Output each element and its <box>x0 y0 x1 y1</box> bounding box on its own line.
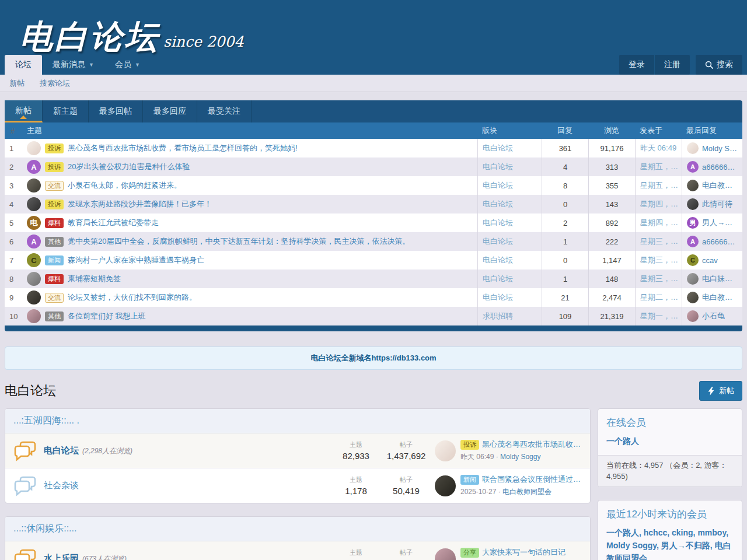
last-reply-user-link[interactable]: Moldy So… <box>702 144 738 153</box>
forum-link[interactable]: 求职招聘 <box>483 311 513 321</box>
last-reply-user-link[interactable]: 电白妹子… <box>702 274 738 284</box>
forum-link[interactable]: 电白论坛 <box>483 236 513 247</box>
subnav-search-forums[interactable]: 搜索论坛 <box>40 78 70 89</box>
avatar[interactable] <box>27 178 41 192</box>
topic-title-link[interactable]: 论坛又被封，大伙们找不到回家的路。 <box>68 292 197 303</box>
new-post-button[interactable]: 新帖 <box>699 381 742 401</box>
avatar[interactable] <box>435 440 456 461</box>
subnav-new-posts[interactable]: 新帖 <box>9 78 25 89</box>
topic-title-link[interactable]: 发现水东两处路段沙井盖像陷阱！已多年！ <box>68 199 212 209</box>
avatar[interactable]: A <box>27 160 41 174</box>
last-reply-user-link[interactable]: a66666699 <box>702 163 738 172</box>
prefix-badge[interactable]: 其他 <box>45 312 64 321</box>
login-button[interactable]: 登录 <box>619 55 654 75</box>
prefix-badge[interactable]: 其他 <box>45 237 64 247</box>
avatar[interactable] <box>687 198 699 210</box>
latest-post-user-link[interactable]: 电白教师同盟会 <box>502 488 551 496</box>
tab-new-posts[interactable]: 新帖 <box>5 100 43 123</box>
prefix-badge[interactable]: 新闻 <box>460 475 479 485</box>
visitor-link[interactable]: hchcc <box>644 528 672 537</box>
avatar[interactable] <box>687 292 699 303</box>
forum-link[interactable]: 电白论坛 <box>483 255 513 265</box>
avatar[interactable]: C <box>687 254 699 266</box>
forum-link[interactable]: 电白论坛 <box>483 180 513 191</box>
topic-title-link[interactable]: 教育局长江允武被纪委带走 <box>68 218 159 228</box>
tab-most-viewed[interactable]: 最受关注 <box>197 100 252 123</box>
avatar[interactable]: C <box>27 253 41 267</box>
last-reply-user-link[interactable]: 此情可待 <box>702 199 732 209</box>
tab-most-reactions[interactable]: 最多回应 <box>143 100 197 123</box>
topic-title-link[interactable]: 党中央第20届四中全会，反腐旗帜鲜明，中央下达新五年计划：坚持科学决策，民主决策… <box>68 236 410 247</box>
forum-link[interactable]: 电白论坛 <box>483 218 513 228</box>
avatar[interactable] <box>435 548 456 560</box>
avatar[interactable] <box>687 310 699 322</box>
avatar[interactable] <box>687 273 699 285</box>
register-button[interactable]: 注册 <box>654 55 690 75</box>
visitor-link[interactable]: 一个路人 <box>606 528 644 537</box>
avatar[interactable] <box>435 475 456 496</box>
prefix-badge[interactable]: 投诉 <box>45 162 64 172</box>
last-reply-user-link[interactable]: 电白教师… <box>702 292 738 303</box>
prefix-badge[interactable]: 新闻 <box>45 256 64 265</box>
latest-post-user-link[interactable]: Moldy Soggy <box>500 453 540 461</box>
topic-title-link[interactable]: 小泉石龟太郎，你妈的赶紧进来。 <box>68 180 181 191</box>
last-reply-user-link[interactable]: 男人→不… <box>702 218 738 228</box>
visitor-link[interactable]: 男人→不归路 <box>661 541 715 550</box>
category-title[interactable]: ...:五湖四海::... . <box>5 409 590 433</box>
post-date-link[interactable]: 星期五，… <box>640 162 678 172</box>
post-date-link[interactable]: 星期三，… <box>640 236 678 247</box>
tab-most-replies[interactable]: 最多回帖 <box>89 100 143 123</box>
post-date-link[interactable]: 星期一，… <box>640 311 678 321</box>
last-reply-user-link[interactable]: ccav <box>702 256 718 265</box>
avatar[interactable]: 电 <box>27 216 41 230</box>
prefix-badge[interactable]: 爆料 <box>45 218 64 228</box>
visitor-link[interactable]: cking <box>672 528 697 537</box>
prefix-badge[interactable]: 交流 <box>45 181 64 191</box>
topic-title-link[interactable]: 黑心茂名粤西农批市场乱收费，看市场员工是怎样回答的，笑死她妈! <box>68 143 298 153</box>
panel-title[interactable]: 在线会员 <box>598 409 742 434</box>
forum-link[interactable]: 电白论坛 <box>483 162 513 172</box>
topic-title-link[interactable]: 各位前辈们好 我想上班 <box>68 311 146 321</box>
panel-title[interactable]: 最近12小时来访的会员 <box>598 501 742 526</box>
avatar[interactable] <box>27 309 41 323</box>
avatar[interactable] <box>27 141 41 155</box>
avatar[interactable] <box>687 142 699 154</box>
avatar[interactable]: A <box>687 236 699 247</box>
last-reply-user-link[interactable]: 电白教师… <box>702 180 738 191</box>
avatar[interactable] <box>27 290 41 304</box>
nav-tab-forums[interactable]: 论坛 <box>5 55 42 75</box>
nav-tab-whats-new[interactable]: 最新消息▼ <box>42 55 104 75</box>
avatar[interactable]: A <box>687 161 699 173</box>
search-button[interactable]: 搜索 <box>696 55 742 75</box>
forum-title-link[interactable]: 社会杂谈 <box>44 480 79 491</box>
forum-link[interactable]: 电白论坛 <box>483 143 513 153</box>
logo[interactable]: 电白论坛 since 2004 <box>0 0 747 55</box>
nav-tab-members[interactable]: 会员▼ <box>104 55 151 75</box>
post-date-link[interactable]: 星期三，… <box>640 274 678 284</box>
prefix-badge[interactable]: 分享 <box>460 548 479 558</box>
avatar[interactable]: 男 <box>687 217 699 229</box>
tab-new-threads[interactable]: 新主题 <box>43 100 89 123</box>
visitor-link[interactable]: mmboy <box>697 528 728 537</box>
avatar[interactable]: A <box>27 235 41 249</box>
topic-title-link[interactable]: 森沟村一户人家在家中熟睡遭遇车祸身亡 <box>68 255 204 265</box>
visitor-link[interactable]: Moldy Soggy <box>606 541 661 550</box>
avatar[interactable] <box>27 272 41 286</box>
post-date-link[interactable]: 星期三，… <box>640 255 678 265</box>
forum-link[interactable]: 电白论坛 <box>483 292 513 303</box>
post-date-link[interactable]: 昨天 06:49 <box>640 143 676 153</box>
prefix-badge[interactable]: 投诉 <box>45 144 64 153</box>
avatar[interactable] <box>27 197 41 211</box>
prefix-badge[interactable]: 交流 <box>45 293 64 303</box>
prefix-badge[interactable]: 投诉 <box>460 440 479 450</box>
latest-post-title-link[interactable]: 联合国紧急会议压倒性通过… <box>482 474 581 485</box>
forum-link[interactable]: 电白论坛 <box>483 274 513 284</box>
latest-post-title-link[interactable]: 黑心茂名粤西农批市场乱收… <box>482 439 581 450</box>
category-title[interactable]: ...::休闲娱乐::... <box>5 517 590 541</box>
last-reply-user-link[interactable]: 小石龟 <box>702 311 725 321</box>
topic-title-link[interactable]: 20岁出头被公权力迫害是种什么体验 <box>68 162 190 172</box>
online-member-link[interactable]: 一个路人 <box>606 436 639 446</box>
post-date-link[interactable]: 星期五，… <box>640 180 678 191</box>
post-date-link[interactable]: 星期四，… <box>640 218 678 228</box>
forum-title-link[interactable]: 电白论坛 <box>44 445 79 456</box>
